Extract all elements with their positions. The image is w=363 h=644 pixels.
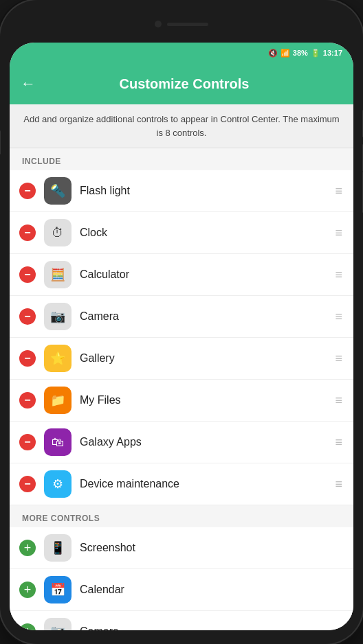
list-item: − ⏱ Clock ≡: [10, 212, 353, 254]
camera-label: Camera: [80, 310, 325, 323]
remove-camera-button[interactable]: −: [19, 308, 36, 325]
list-item: − 🧮 Calculator ≡: [10, 254, 353, 296]
drag-handle-camera[interactable]: ≡: [333, 310, 344, 324]
list-item: − 🔦 Flash light ≡: [10, 170, 353, 212]
front-camera: [155, 21, 162, 27]
calendar-icon: 📅: [44, 576, 72, 603]
flashlight-label: Flash light: [80, 185, 325, 197]
speaker: [167, 23, 208, 26]
remove-galaxyapps-button[interactable]: −: [19, 434, 36, 450]
add-screenshot-button[interactable]: +: [19, 540, 36, 556]
list-item: + 📅 Calendar: [10, 569, 353, 611]
remove-gallery-button[interactable]: −: [19, 350, 36, 367]
myfiles-label: My Files: [80, 394, 325, 406]
drag-handle-myfiles[interactable]: ≡: [333, 393, 344, 408]
phone-frame: 🔇 📶 38% 🔋 13:17 ← Customize Controls Add…: [0, 0, 363, 644]
remove-flashlight-button[interactable]: −: [19, 183, 36, 199]
clock-icon: ⏱: [44, 219, 72, 246]
list-item: − 🛍 Galaxy Apps ≡: [10, 422, 353, 463]
list-item: + 📷 Camera: [10, 611, 353, 630]
more-controls-section-header: MORE CONTROLS: [10, 505, 353, 527]
calendar-label: Calendar: [80, 584, 344, 596]
remove-clock-button[interactable]: −: [19, 225, 36, 241]
top-bar: ← Customize Controls: [10, 63, 353, 104]
notch-area: [155, 21, 208, 27]
calculator-icon: 🧮: [44, 261, 72, 288]
battery-level: 38%: [293, 49, 308, 57]
list-item: + 📱 Screenshot: [10, 527, 353, 569]
drag-handle-calculator[interactable]: ≡: [333, 268, 344, 282]
description-text: Add and organize additional controls to …: [10, 104, 353, 148]
clock-label: Clock: [80, 227, 325, 239]
galaxyapps-label: Galaxy Apps: [80, 436, 325, 448]
include-section-header: INCLUDE: [10, 148, 353, 170]
gallery-icon: ⭐: [44, 345, 72, 372]
drag-handle-flashlight[interactable]: ≡: [333, 184, 344, 198]
drag-handle-galaxyapps[interactable]: ≡: [333, 435, 344, 450]
drag-handle-gallery[interactable]: ≡: [333, 352, 344, 366]
add-camera2-button[interactable]: +: [19, 623, 36, 630]
gallery-label: Gallery: [80, 352, 325, 365]
page-title: Customize Controls: [45, 76, 323, 92]
drag-handle-clock[interactable]: ≡: [333, 226, 344, 240]
time-display: 13:17: [323, 49, 342, 57]
status-icons: 🔇 📶 38% 🔋 13:17: [268, 49, 342, 58]
list-item: − ⚙ Device maintenance ≡: [10, 463, 353, 505]
galaxyapps-icon: 🛍: [44, 428, 72, 456]
camera2-icon: 📷: [44, 618, 72, 630]
myfiles-icon: 📁: [44, 387, 72, 414]
add-calendar-button[interactable]: +: [19, 582, 36, 598]
camera-icon: 📷: [44, 303, 72, 330]
remove-maintenance-button[interactable]: −: [19, 476, 36, 492]
phone-screen: 🔇 📶 38% 🔋 13:17 ← Customize Controls Add…: [10, 43, 353, 630]
list-item: − 📷 Camera ≡: [10, 296, 353, 338]
maintenance-label: Device maintenance: [80, 478, 325, 490]
battery-icon: 🔋: [311, 49, 320, 58]
status-bar: 🔇 📶 38% 🔋 13:17: [10, 43, 353, 63]
remove-calculator-button[interactable]: −: [19, 266, 36, 283]
flashlight-icon: 🔦: [44, 177, 72, 205]
screenshot-icon: 📱: [44, 534, 72, 562]
maintenance-icon: ⚙: [44, 470, 72, 498]
back-button[interactable]: ←: [21, 75, 36, 93]
remove-myfiles-button[interactable]: −: [19, 392, 36, 409]
drag-handle-maintenance[interactable]: ≡: [333, 477, 344, 492]
list-item: − 📁 My Files ≡: [10, 380, 353, 422]
mute-icon: 🔇: [268, 49, 278, 58]
bixby-button[interactable]: [0, 130, 1, 154]
camera2-label: Camera: [80, 625, 344, 630]
scroll-area[interactable]: INCLUDE − 🔦 Flash light ≡ − ⏱ Clock ≡ − …: [10, 148, 353, 630]
signal-icon: 📶: [280, 49, 290, 58]
screenshot-label: Screenshot: [80, 542, 344, 554]
calculator-label: Calculator: [80, 268, 325, 281]
list-item: − ⭐ Gallery ≡: [10, 338, 353, 380]
